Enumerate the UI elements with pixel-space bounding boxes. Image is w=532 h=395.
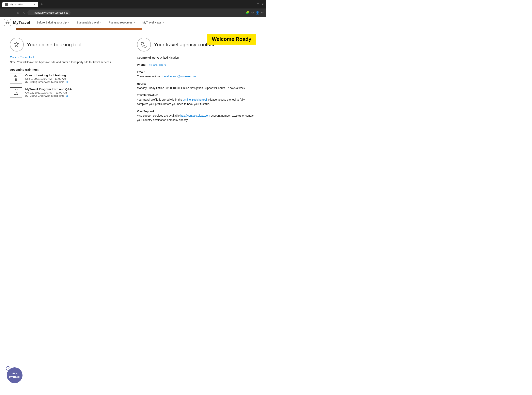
- browser-actions: 🧩 ☆ 👤 ···: [246, 11, 264, 15]
- chevron-before-icon: ∨: [67, 21, 69, 24]
- browser-title-bar: My Vacation × + − □ ×: [2, 2, 264, 7]
- logo-icon: [4, 19, 11, 26]
- contact-hours-row: Hours: Monday-Friday Offline 08:00-18:00…: [137, 82, 256, 90]
- maximize-button[interactable]: □: [257, 3, 259, 6]
- chevron-news-icon: ∨: [162, 21, 164, 24]
- profiles-button[interactable]: 👤: [256, 11, 259, 15]
- travel-agency-body: Country of work: United Kingdom Phone: +…: [137, 55, 256, 122]
- browser-tab[interactable]: My Vacation ×: [2, 2, 38, 7]
- booking-tool-body: Concur Travel tool Note: You will leave …: [10, 55, 129, 98]
- concur-travel-link[interactable]: Concur Travel tool: [10, 55, 34, 59]
- nav-item-news[interactable]: MyTravel News ∨: [142, 20, 165, 25]
- tab-title: My Vacation: [10, 3, 23, 6]
- more-button[interactable]: ···: [261, 11, 264, 15]
- nav-label-planning: Planning resources: [109, 21, 133, 24]
- address-bar-wrapper: 🌐: [28, 10, 244, 15]
- training-info-1: Concur booking tool training Sep 8, 2021…: [25, 74, 68, 83]
- hours-value: Monday-Friday Offline 08:00-18:00; Onlin…: [137, 86, 256, 90]
- browser-chrome: My Vacation × + − □ × ← → ↻ ⌂ 🌐 🧩 ☆ 👤 ··…: [0, 0, 266, 17]
- training-name-2: MyTravel Program Intro and Q&A: [25, 88, 72, 91]
- new-tab-button[interactable]: +: [39, 2, 45, 7]
- phone-label: Phone:: [137, 63, 146, 66]
- close-window-button[interactable]: ×: [262, 3, 264, 6]
- training-item-2: OCT 13 MyTravel Program Intro and Q&A Oc…: [10, 88, 129, 97]
- refresh-button[interactable]: ↻: [16, 10, 20, 15]
- nav-label-before: Before & during your trip: [37, 21, 67, 24]
- training-name-1: Concur booking tool training: [25, 74, 68, 77]
- traveler-profile-text: Your travel profile is stored within the…: [137, 98, 256, 106]
- welcome-banner: Welcome Roady: [207, 34, 256, 44]
- visa-support-label: Visa Support:: [137, 110, 155, 113]
- training-month-1: SEP: [11, 75, 21, 77]
- country-value: United Kingdom: [160, 56, 179, 59]
- contact-phone-row: Phone: +44 203788373: [137, 63, 256, 67]
- training-date-box-1: SEP 8: [10, 74, 22, 83]
- travel-agency-title: Your travel agency contact: [154, 42, 214, 48]
- tab-icon: [5, 3, 8, 6]
- contact-country-row: Country of work: United Kingdom: [137, 55, 256, 60]
- progress-bar-area: [0, 28, 266, 30]
- email-sub-label: Travel reservations:: [137, 75, 161, 78]
- email-label: Email:: [137, 71, 145, 74]
- training-tz-2: (UTC±00) Greenwich Mean Time ⊞: [25, 94, 72, 97]
- booking-tool-icon: [10, 38, 24, 51]
- tab-close-button[interactable]: ×: [34, 3, 35, 6]
- training-day-2: 13: [11, 91, 21, 96]
- booking-tool-note: Note: You will leave the MyTravel site a…: [10, 60, 129, 64]
- home-button[interactable]: ⌂: [22, 10, 25, 15]
- window-controls: − □ ×: [252, 3, 264, 6]
- training-month-2: OCT: [11, 88, 21, 91]
- contact-profile-row: Traveler Profile: Your travel profile is…: [137, 93, 256, 106]
- travel-agency-icon: [137, 38, 151, 51]
- booking-tool-section: Your online booking tool Concur Travel t…: [10, 38, 129, 125]
- forward-button[interactable]: →: [9, 10, 14, 15]
- progress-bar-fill: [16, 28, 142, 30]
- minimize-button[interactable]: −: [252, 3, 254, 6]
- traveler-profile-label: Traveler Profile:: [137, 93, 158, 97]
- nav-item-before-during[interactable]: Before & during your trip ∨: [36, 20, 70, 25]
- traveler-profile-text1: Your travel profile is stored within the: [137, 98, 183, 101]
- favorites-button[interactable]: ☆: [251, 11, 254, 15]
- browser-address-bar: ← → ↻ ⌂ 🌐 🧩 ☆ 👤 ···: [0, 8, 266, 17]
- visa-link[interactable]: http://contoso.visas.com: [180, 114, 210, 117]
- calendar-add-icon-1[interactable]: ⊞: [66, 80, 68, 83]
- visa-support-text: Visa support services are available http…: [137, 113, 256, 122]
- training-day-1: 8: [11, 77, 21, 82]
- chevron-planning-icon: ∨: [134, 21, 135, 24]
- address-input[interactable]: [28, 10, 71, 15]
- chevron-sustainable-icon: ∨: [100, 21, 101, 24]
- trainings-label: Upcoming trainings:: [10, 68, 129, 71]
- training-date-box-2: OCT 13: [10, 88, 22, 97]
- training-item-1: SEP 8 Concur booking tool training Sep 8…: [10, 74, 129, 83]
- training-timezone-2: (UTC±00) Greenwich Mean Time: [25, 94, 64, 97]
- travel-agency-section: Your travel agency contact Country of wo…: [137, 38, 256, 125]
- extensions-button[interactable]: 🧩: [246, 11, 250, 15]
- welcome-text: Welcome Roady: [212, 36, 251, 42]
- email-link[interactable]: travelbureau@contoso.com: [162, 75, 196, 78]
- contact-visa-row: Visa Support: Visa support services are …: [137, 109, 256, 122]
- online-booking-link[interactable]: Online Booking tool: [183, 98, 207, 101]
- training-time-1: Sep 8, 2021 10:00 AM – 11:00 AM: [25, 77, 68, 80]
- nav-item-planning[interactable]: Planning resources ∨: [108, 20, 136, 25]
- nav-label-sustainable: Sustainable travel: [77, 21, 99, 24]
- calendar-add-icon-2[interactable]: ⊞: [66, 94, 68, 97]
- back-button[interactable]: ←: [2, 10, 7, 15]
- nav-label-news: MyTravel News: [143, 21, 162, 24]
- training-info-2: MyTravel Program Intro and Q&A Oct 13, 2…: [25, 88, 72, 97]
- site-logo-text: MyTravel: [13, 20, 30, 25]
- country-label: Country of work:: [137, 56, 159, 59]
- training-time-2: Oct 13, 2021 10:00 AM – 11:00 AM: [25, 91, 72, 94]
- training-timezone-1: (UTC±00) Greenwich Mean Time: [25, 81, 64, 83]
- nav-item-sustainable[interactable]: Sustainable travel ∨: [76, 20, 102, 25]
- booking-tool-title: Your online booking tool: [27, 42, 82, 48]
- visa-support-text1: Visa support services are available: [137, 114, 180, 117]
- content-grid: Your online booking tool Concur Travel t…: [10, 38, 256, 125]
- booking-tool-header: Your online booking tool: [10, 38, 129, 51]
- hours-label: Hours:: [137, 82, 146, 85]
- site-nav: MyTravel Before & during your trip ∨ Sus…: [0, 17, 266, 28]
- phone-link[interactable]: +44 203788373: [147, 63, 167, 66]
- training-tz-1: (UTC±00) Greenwich Mean Time ⊞: [25, 80, 68, 83]
- main-content: Welcome Roady Your online booking tool C…: [0, 30, 266, 133]
- contact-email-row: Email: Travel reservations: travelbureau…: [137, 70, 256, 79]
- site-logo: MyTravel: [4, 19, 30, 26]
